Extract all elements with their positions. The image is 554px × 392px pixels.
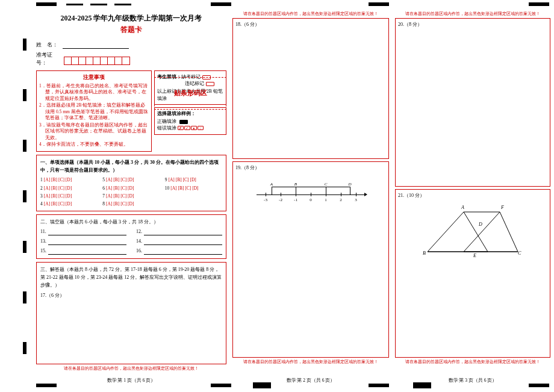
- alignment-marks-left: [23, 0, 30, 392]
- warning-text: 请在各题目的答题区域内作答，超出黑色矩形边框限定区域的答案无效！: [232, 358, 389, 366]
- warning-text: 请在各题目的答题区域内作答，超出黑色矩形边框限定区域的答案无效！: [36, 364, 226, 373]
- wrong-fill-icons: ✗ ✓ ● /: [178, 126, 204, 130]
- ticket-label: 准考证号：: [36, 51, 61, 67]
- notice-box: 注意事项 1．答题前，考生先将自己的姓名、准考证号填写清楚，并认真核准条形码上的…: [36, 70, 152, 152]
- warning-text: 请在各题目的答题区域内作答，超出黑色矩形边框限定区域的答案无效！: [232, 10, 389, 18]
- page-2-footer: 数学 第 2 页（共 6 页）: [232, 378, 389, 384]
- q20-label: 20.（8 分）: [398, 21, 547, 28]
- q21-label: 21.（10 分）: [398, 192, 547, 199]
- fill-sample-box: 选择题填涂样例： 正确填涂 错误填涂 ✗ ✓ ● /: [154, 107, 226, 135]
- correct-fill-icon: [179, 120, 188, 124]
- answer-card-label: 答题卡: [36, 25, 226, 35]
- mc-table[interactable]: 1[A] [B] [C] [D] 5[A] [B] [C] [D] 9[A] […: [40, 176, 222, 207]
- q19-label: 19.（8 分）: [235, 164, 386, 171]
- q18-label: 18.（6 分）: [235, 21, 386, 28]
- notice-item: 1．答题前，考生先将自己的姓名、准考证号填写清楚，并认真核准条形码上的姓名、准考…: [39, 83, 149, 102]
- section-2-box: 二、填空题（本题共 6 小题，每小题 3 分，共 18 分。） 11. 12. …: [36, 214, 226, 259]
- triangles-figure: A F B D E C: [422, 205, 524, 259]
- section-1-box: 一、单项选择题（本题共 10 小题，每小题 3 分，共 30 分。在每小题给出的…: [36, 155, 226, 212]
- q17-label: 17.（6 分）: [40, 292, 222, 299]
- svg-marker-0: [428, 212, 488, 252]
- name-label: 姓 名：: [36, 41, 61, 49]
- section-1-header: 一、单项选择题（本题共 10 小题，每小题 3 分，共 30 分。在每小题给出的…: [40, 159, 222, 175]
- notice-item: 4．保持卡面清洁，不要折叠、不要弄破。: [39, 142, 149, 148]
- notice-item: 2．选择题必须用 2B 铅笔填涂；填空题和解答题必须用 0.5 mm 黑色签字笔…: [39, 102, 149, 122]
- section-3-header: 三、解答题（本题共 8 小题，共 72 分。第 17-18 题每题 6 分，第 …: [40, 266, 222, 289]
- barcode-zone: 贴条形码区: [154, 77, 226, 110]
- section-2-header: 二、填空题（本题共 6 小题，每小题 3 分，共 18 分。）: [40, 219, 222, 226]
- page-1-footer: 数学 第 1 页（共 6 页）: [36, 378, 226, 384]
- section-3-box: 三、解答题（本题共 8 小题，共 72 分。第 17-18 题每题 6 分，第 …: [36, 262, 226, 364]
- notice-item: 3．请按题号顺序在各题目的答题区域内作答，超出区域书写的答案无效；在草稿纸、试题…: [39, 122, 149, 142]
- ticket-grid[interactable]: [64, 57, 130, 65]
- arrow-right-icon: [364, 193, 367, 196]
- page-1: 2024-2025 学年九年级数学上学期第一次月考 答题卡 姓 名： 准考证号：…: [36, 10, 226, 382]
- warning-text: 请在各题目的答题区域内作答，超出黑色矩形边框限定区域的答案无效！: [395, 10, 550, 18]
- svg-marker-1: [464, 212, 518, 252]
- notice-header: 注意事项: [39, 73, 149, 81]
- page-3: 请在各题目的答题区域内作答，超出黑色矩形边框限定区域的答案无效！ 20.（8 分…: [395, 10, 550, 382]
- name-field[interactable]: [63, 43, 129, 49]
- page-3-footer: 数学 第 3 页（共 6 页）: [395, 378, 550, 384]
- alignment-marks-top: [0, 2, 554, 8]
- page-2: 请在各题目的答题区域内作答，超出黑色矩形边框限定区域的答案无效！ 18.（6 分…: [232, 10, 389, 382]
- q19-box[interactable]: 19.（8 分） A B C D -3 -2 -1 0 1 2 3: [232, 161, 389, 358]
- warning-text: 请在各题目的答题区域内作答，超出黑色矩形边框限定区域的答案无效！: [395, 358, 550, 366]
- fill-blanks[interactable]: 11. 12. 13. 14. 15. 16.: [40, 228, 222, 255]
- number-line-figure: A B C D -3 -2 -1 0 1 2 3: [235, 185, 386, 204]
- alignment-marks-bottom: [0, 384, 554, 390]
- q21-box[interactable]: 21.（10 分） A F B D E C: [395, 189, 550, 358]
- q18-box[interactable]: 18.（6 分）: [232, 18, 389, 159]
- exam-title: 2024-2025 学年九年级数学上学期第一次月考: [36, 13, 226, 23]
- q20-box[interactable]: 20.（8 分）: [395, 18, 550, 187]
